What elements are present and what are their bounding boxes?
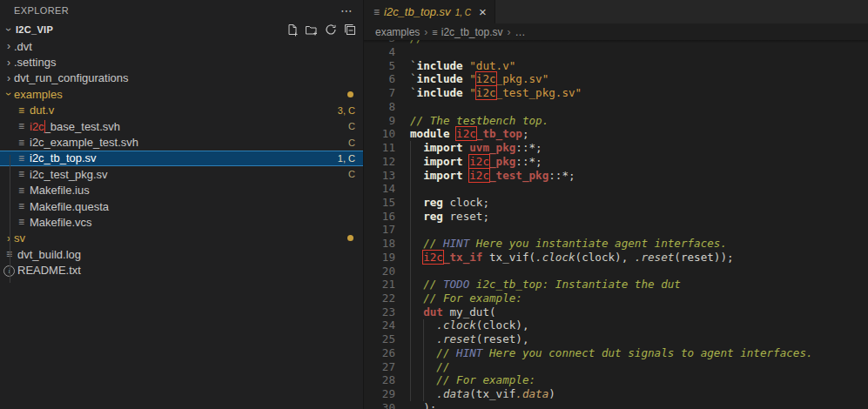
token-kw: reg (423, 196, 443, 209)
token-pln (410, 251, 423, 264)
tree-item-sv[interactable]: ›sv (0, 231, 363, 246)
token-port: .clock (535, 251, 575, 264)
indent-guide (423, 319, 424, 401)
code-line-27[interactable]: // (410, 360, 868, 374)
line-number: 14 (364, 182, 395, 196)
file-icon: ≡ (16, 200, 27, 212)
indent-guide (410, 141, 411, 401)
token-pln: ); (410, 401, 436, 409)
code-line-6[interactable]: `include "i2c_pkg.sv" (410, 72, 868, 86)
token-tag: HINT (443, 237, 469, 250)
editor-group: ≡ i2c_tb_top.sv 1, C × examples › ≡ i2c_… (363, 0, 868, 409)
code-line-25[interactable]: .reset(reset), (410, 332, 868, 346)
line-number: 28 (364, 373, 395, 387)
tab-i2c-tb-top[interactable]: ≡ i2c_tb_top.sv 1, C × (364, 0, 495, 23)
code-line-19[interactable]: i2c_tx_if tx_vif(.clock(clock), .reset(r… (410, 251, 868, 265)
tree-item-dvt-build.log[interactable]: ≡dvt_build.log (0, 246, 363, 262)
vscode-window: EXPLORER ⋯ › I2C_VIP (0, 0, 868, 409)
item-label: dvt_run_configurations (14, 71, 363, 84)
token-kw: import (423, 141, 463, 154)
item-label: i2c_tb_top.sv (30, 151, 338, 164)
code-line-22[interactable]: // For example: (410, 292, 868, 305)
token-tag: HINT (456, 346, 482, 359)
item-label: i2c_test_pkg.sv (30, 168, 348, 181)
code-line-20[interactable] (410, 265, 868, 278)
code-line-14[interactable] (410, 182, 868, 196)
token-cmt: i2c_tb_top: Instantiate the dut (469, 278, 681, 291)
line-number: 21 (364, 278, 395, 292)
code-line-26[interactable]: // HINT Here you connect dut signals to … (410, 346, 868, 360)
code-line-24[interactable]: .clock(clock), (410, 318, 868, 332)
breadcrumb-symbol-ellipsis[interactable]: … (515, 26, 526, 38)
file-icon: ≡ (16, 120, 27, 132)
tree-item-Makefile.questa[interactable]: ≡Makefile.questa (0, 198, 363, 214)
code-line-29[interactable]: .data(tx_vif.data) (410, 387, 868, 401)
code-line-18[interactable]: // HINT Here you instantiate agent inter… (410, 237, 868, 251)
code-line-9[interactable]: // The testbench top. (410, 114, 868, 128)
code-line-23[interactable]: dut my_dut( (410, 305, 868, 319)
code-line-8[interactable] (410, 100, 868, 114)
tree-item-examples[interactable]: ›examples (0, 86, 363, 102)
close-icon[interactable]: × (479, 6, 487, 18)
token-pln: (reset)); (674, 251, 733, 264)
code-line-17[interactable] (410, 223, 868, 237)
tree-item-README.txt[interactable]: iREADME.txt (0, 262, 363, 278)
collapse-all-icon[interactable] (343, 23, 357, 37)
token-port: .clock (436, 318, 476, 332)
refresh-icon[interactable] (324, 23, 338, 37)
error-highlight: i2c (423, 251, 443, 264)
code-line-30[interactable]: ); (410, 401, 868, 409)
token-str: _test_pkg.sv" (496, 86, 582, 99)
token-pln (410, 237, 423, 250)
code-line-7[interactable]: `include "i2c_test_pkg.sv" (410, 86, 868, 100)
breadcrumb: examples › ≡ i2c_tb_top.sv › … (364, 23, 868, 40)
token-pln: clock; (443, 196, 489, 209)
tree-item-Makefile.ius[interactable]: ≡Makefile.ius (0, 183, 363, 198)
line-number: 8 (364, 100, 395, 114)
code-line-12[interactable]: import i2c_pkg::*; (410, 155, 868, 169)
workspace-root-row[interactable]: › I2C_VIP (0, 21, 363, 38)
code-line-16[interactable]: reg reset; (410, 210, 868, 224)
new-folder-icon[interactable] (305, 23, 319, 37)
chevron-down-icon: › (3, 89, 15, 99)
token-str: " (469, 86, 476, 99)
code-editor[interactable]: 3456789101112131415161718192021222324252… (364, 40, 868, 409)
explorer-toolbar (286, 23, 357, 37)
problems-badge: 1, C (338, 153, 355, 164)
code-line-21[interactable]: // TODO i2c_tb_top: Instantiate the dut (410, 278, 868, 292)
item-label: dvt_build.log (17, 248, 363, 261)
token-cmt: // (436, 346, 456, 359)
tree-item-i2c-example-test.svh[interactable]: ≡i2c_example_test.svhC (0, 134, 363, 150)
token-pln: tx_vif( (482, 251, 535, 264)
code-line-28[interactable]: // For example: (410, 373, 868, 387)
code-line-11[interactable]: import uvm_pkg::*; (410, 141, 868, 155)
breadcrumb-folder[interactable]: examples (375, 26, 420, 38)
tree-item-Makefile.vcs[interactable]: ≡Makefile.vcs (0, 214, 363, 230)
token-pun: ` (410, 59, 417, 72)
code-line-15[interactable]: reg clock; (410, 196, 868, 210)
new-file-icon[interactable] (286, 23, 299, 37)
line-number: 20 (364, 265, 395, 278)
more-actions-icon[interactable]: ⋯ (340, 6, 353, 15)
code-line-13[interactable]: import i2c_test_pkg::*; (410, 169, 868, 183)
item-label: README.txt (17, 264, 363, 277)
token-kw: reg (423, 210, 443, 223)
item-label: .settings (14, 56, 363, 69)
tree-item-i2c-base-test.svh[interactable]: ≡i2c_base_test.svhC (0, 118, 363, 134)
tree-item-.dvt[interactable]: ›.dvt (0, 38, 363, 54)
tree-item-i2c-test-pkg.sv[interactable]: ≡i2c_test_pkg.svC (0, 166, 363, 182)
token-pln (410, 305, 423, 318)
code-line-10[interactable]: module i2c_tb_top; (410, 127, 868, 141)
file-icon: ≡ (16, 104, 27, 117)
tree-item-i2c-tb-top.sv[interactable]: ≡i2c_tb_top.sv1, C (0, 151, 363, 166)
token-pln: ::*; (515, 155, 542, 168)
breadcrumb-file[interactable]: i2c_tb_top.sv (441, 26, 503, 38)
token-id: tx_vif (476, 387, 516, 400)
code-line-5[interactable]: `include "dut.v" (410, 59, 868, 73)
tree-item-.settings[interactable]: ›.settings (0, 54, 363, 70)
file-icon: ≡ (16, 184, 27, 197)
tree-item-dut.v[interactable]: ≡dut.v3, C (0, 103, 363, 118)
tree-item-dvt-run-configurations[interactable]: ›dvt_run_configurations (0, 70, 363, 86)
token-pln (410, 169, 423, 182)
code-line-4[interactable] (410, 45, 868, 59)
